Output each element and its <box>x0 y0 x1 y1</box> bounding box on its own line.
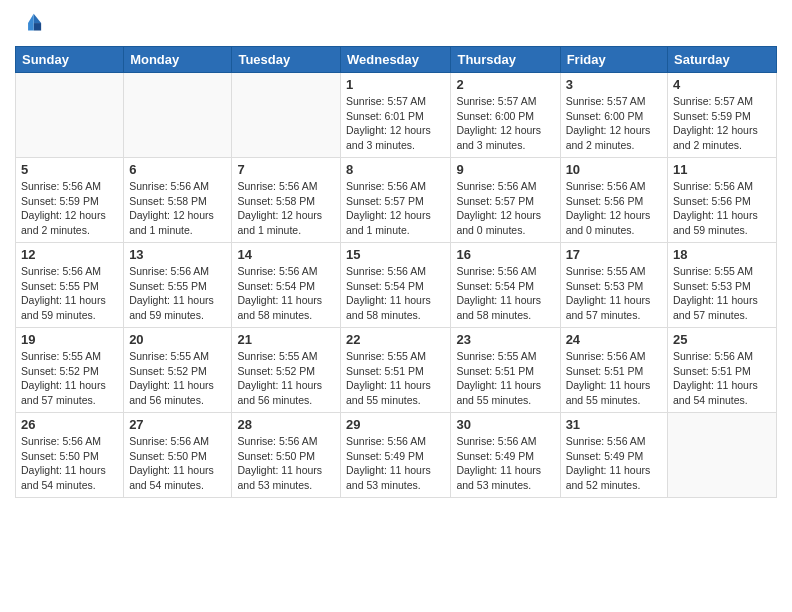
day-info: Sunrise: 5:56 AMSunset: 5:56 PMDaylight:… <box>566 179 662 238</box>
day-info: Sunrise: 5:56 AMSunset: 5:51 PMDaylight:… <box>673 349 771 408</box>
day-number: 4 <box>673 77 771 92</box>
calendar-cell: 8Sunrise: 5:56 AMSunset: 5:57 PMDaylight… <box>341 158 451 243</box>
day-info: Sunrise: 5:56 AMSunset: 5:55 PMDaylight:… <box>129 264 226 323</box>
day-number: 31 <box>566 417 662 432</box>
week-row-3: 12Sunrise: 5:56 AMSunset: 5:55 PMDayligh… <box>16 243 777 328</box>
calendar-cell: 27Sunrise: 5:56 AMSunset: 5:50 PMDayligh… <box>124 413 232 498</box>
day-info: Sunrise: 5:56 AMSunset: 5:50 PMDaylight:… <box>237 434 335 493</box>
calendar-cell: 23Sunrise: 5:55 AMSunset: 5:51 PMDayligh… <box>451 328 560 413</box>
calendar-cell: 14Sunrise: 5:56 AMSunset: 5:54 PMDayligh… <box>232 243 341 328</box>
day-info: Sunrise: 5:57 AMSunset: 5:59 PMDaylight:… <box>673 94 771 153</box>
calendar-cell: 25Sunrise: 5:56 AMSunset: 5:51 PMDayligh… <box>668 328 777 413</box>
calendar-cell: 4Sunrise: 5:57 AMSunset: 5:59 PMDaylight… <box>668 73 777 158</box>
day-info: Sunrise: 5:56 AMSunset: 5:54 PMDaylight:… <box>456 264 554 323</box>
calendar-cell: 15Sunrise: 5:56 AMSunset: 5:54 PMDayligh… <box>341 243 451 328</box>
week-row-4: 19Sunrise: 5:55 AMSunset: 5:52 PMDayligh… <box>16 328 777 413</box>
day-info: Sunrise: 5:56 AMSunset: 5:57 PMDaylight:… <box>456 179 554 238</box>
calendar-table: SundayMondayTuesdayWednesdayThursdayFrid… <box>15 46 777 498</box>
day-info: Sunrise: 5:57 AMSunset: 6:01 PMDaylight:… <box>346 94 445 153</box>
day-info: Sunrise: 5:56 AMSunset: 5:54 PMDaylight:… <box>237 264 335 323</box>
svg-marker-0 <box>34 14 41 23</box>
calendar-header-row: SundayMondayTuesdayWednesdayThursdayFrid… <box>16 47 777 73</box>
day-number: 17 <box>566 247 662 262</box>
day-number: 12 <box>21 247 118 262</box>
day-number: 11 <box>673 162 771 177</box>
day-header-wednesday: Wednesday <box>341 47 451 73</box>
week-row-1: 1Sunrise: 5:57 AMSunset: 6:01 PMDaylight… <box>16 73 777 158</box>
day-number: 15 <box>346 247 445 262</box>
calendar-cell <box>16 73 124 158</box>
day-number: 16 <box>456 247 554 262</box>
day-info: Sunrise: 5:55 AMSunset: 5:51 PMDaylight:… <box>456 349 554 408</box>
calendar-cell: 3Sunrise: 5:57 AMSunset: 6:00 PMDaylight… <box>560 73 667 158</box>
calendar-cell: 2Sunrise: 5:57 AMSunset: 6:00 PMDaylight… <box>451 73 560 158</box>
calendar-cell: 31Sunrise: 5:56 AMSunset: 5:49 PMDayligh… <box>560 413 667 498</box>
day-info: Sunrise: 5:56 AMSunset: 5:58 PMDaylight:… <box>237 179 335 238</box>
day-info: Sunrise: 5:55 AMSunset: 5:52 PMDaylight:… <box>129 349 226 408</box>
day-info: Sunrise: 5:55 AMSunset: 5:52 PMDaylight:… <box>21 349 118 408</box>
day-number: 27 <box>129 417 226 432</box>
calendar-cell <box>232 73 341 158</box>
day-number: 9 <box>456 162 554 177</box>
calendar-cell: 12Sunrise: 5:56 AMSunset: 5:55 PMDayligh… <box>16 243 124 328</box>
day-number: 30 <box>456 417 554 432</box>
day-number: 8 <box>346 162 445 177</box>
day-number: 2 <box>456 77 554 92</box>
calendar-cell: 16Sunrise: 5:56 AMSunset: 5:54 PMDayligh… <box>451 243 560 328</box>
calendar-cell: 7Sunrise: 5:56 AMSunset: 5:58 PMDaylight… <box>232 158 341 243</box>
svg-marker-1 <box>34 23 41 30</box>
day-info: Sunrise: 5:56 AMSunset: 5:49 PMDaylight:… <box>346 434 445 493</box>
day-info: Sunrise: 5:56 AMSunset: 5:58 PMDaylight:… <box>129 179 226 238</box>
header <box>15 10 777 38</box>
calendar-cell: 11Sunrise: 5:56 AMSunset: 5:56 PMDayligh… <box>668 158 777 243</box>
calendar-cell: 30Sunrise: 5:56 AMSunset: 5:49 PMDayligh… <box>451 413 560 498</box>
calendar-cell: 19Sunrise: 5:55 AMSunset: 5:52 PMDayligh… <box>16 328 124 413</box>
calendar-cell: 10Sunrise: 5:56 AMSunset: 5:56 PMDayligh… <box>560 158 667 243</box>
day-info: Sunrise: 5:55 AMSunset: 5:53 PMDaylight:… <box>566 264 662 323</box>
day-info: Sunrise: 5:56 AMSunset: 5:56 PMDaylight:… <box>673 179 771 238</box>
day-number: 7 <box>237 162 335 177</box>
day-number: 28 <box>237 417 335 432</box>
day-number: 18 <box>673 247 771 262</box>
calendar-cell: 22Sunrise: 5:55 AMSunset: 5:51 PMDayligh… <box>341 328 451 413</box>
calendar-cell: 6Sunrise: 5:56 AMSunset: 5:58 PMDaylight… <box>124 158 232 243</box>
calendar-cell <box>668 413 777 498</box>
day-number: 24 <box>566 332 662 347</box>
day-number: 22 <box>346 332 445 347</box>
day-info: Sunrise: 5:56 AMSunset: 5:54 PMDaylight:… <box>346 264 445 323</box>
day-number: 10 <box>566 162 662 177</box>
calendar-cell: 26Sunrise: 5:56 AMSunset: 5:50 PMDayligh… <box>16 413 124 498</box>
calendar-cell <box>124 73 232 158</box>
day-number: 21 <box>237 332 335 347</box>
day-number: 20 <box>129 332 226 347</box>
day-header-saturday: Saturday <box>668 47 777 73</box>
day-number: 23 <box>456 332 554 347</box>
svg-marker-2 <box>28 14 34 31</box>
day-info: Sunrise: 5:57 AMSunset: 6:00 PMDaylight:… <box>456 94 554 153</box>
week-row-5: 26Sunrise: 5:56 AMSunset: 5:50 PMDayligh… <box>16 413 777 498</box>
calendar-cell: 1Sunrise: 5:57 AMSunset: 6:01 PMDaylight… <box>341 73 451 158</box>
day-number: 14 <box>237 247 335 262</box>
day-number: 26 <box>21 417 118 432</box>
day-info: Sunrise: 5:55 AMSunset: 5:53 PMDaylight:… <box>673 264 771 323</box>
day-header-monday: Monday <box>124 47 232 73</box>
day-info: Sunrise: 5:56 AMSunset: 5:57 PMDaylight:… <box>346 179 445 238</box>
day-info: Sunrise: 5:56 AMSunset: 5:51 PMDaylight:… <box>566 349 662 408</box>
calendar-cell: 28Sunrise: 5:56 AMSunset: 5:50 PMDayligh… <box>232 413 341 498</box>
day-number: 19 <box>21 332 118 347</box>
calendar-cell: 21Sunrise: 5:55 AMSunset: 5:52 PMDayligh… <box>232 328 341 413</box>
day-number: 25 <box>673 332 771 347</box>
day-info: Sunrise: 5:55 AMSunset: 5:51 PMDaylight:… <box>346 349 445 408</box>
day-info: Sunrise: 5:56 AMSunset: 5:49 PMDaylight:… <box>456 434 554 493</box>
day-header-sunday: Sunday <box>16 47 124 73</box>
logo <box>15 10 47 38</box>
day-info: Sunrise: 5:56 AMSunset: 5:49 PMDaylight:… <box>566 434 662 493</box>
calendar-cell: 17Sunrise: 5:55 AMSunset: 5:53 PMDayligh… <box>560 243 667 328</box>
calendar-cell: 9Sunrise: 5:56 AMSunset: 5:57 PMDaylight… <box>451 158 560 243</box>
day-header-thursday: Thursday <box>451 47 560 73</box>
day-info: Sunrise: 5:56 AMSunset: 5:59 PMDaylight:… <box>21 179 118 238</box>
calendar-cell: 18Sunrise: 5:55 AMSunset: 5:53 PMDayligh… <box>668 243 777 328</box>
day-number: 3 <box>566 77 662 92</box>
week-row-2: 5Sunrise: 5:56 AMSunset: 5:59 PMDaylight… <box>16 158 777 243</box>
day-info: Sunrise: 5:57 AMSunset: 6:00 PMDaylight:… <box>566 94 662 153</box>
